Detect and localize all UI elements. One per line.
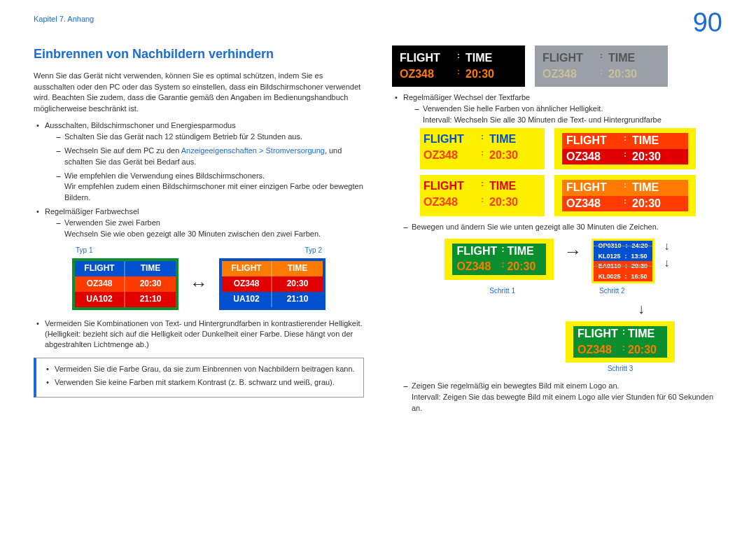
type2-table: FLIGHTTIME OZ34820:30 UA10221:10 — [219, 258, 326, 310]
step-row: FLIGHT:TIME OZ348:20:30 → OP0310:24:20 K… — [392, 239, 722, 283]
panel-red: FLIGHT:TIME OZ348:20:30 — [554, 128, 696, 169]
label-step2: Schritt 2 — [599, 286, 625, 296]
panel-black: FLIGHT:TIME OZ348:20:30 — [392, 45, 525, 87]
intro-paragraph: Wenn Sie das Gerät nicht verwenden, könn… — [34, 71, 364, 115]
bullet-avoid-contrast: Vermeiden Sie Kombinationen von Text- un… — [34, 318, 364, 351]
dash-bright-colors: Verwenden Sie helle Farben von ähnlicher… — [403, 104, 722, 126]
step2-panel: OP0310:24:20 KL0125:13:50 EA0110:20:30 K… — [592, 239, 654, 283]
label-step3: Schritt 3 — [608, 364, 634, 374]
dash-two-colors: Verwenden Sie zwei FarbenWechseln Sie wi… — [45, 218, 364, 240]
link-display-properties[interactable]: Anzeigeeigenschaften > Stromversorgung — [181, 146, 325, 155]
panel-yellow-red: FLIGHT:TIME OZ348:20:30 — [420, 175, 545, 216]
color-panels-row1: FLIGHT:TIME OZ348:20:30 FLIGHT:TIME OZ34… — [420, 128, 722, 169]
page-number: 90 — [693, 4, 722, 41]
dash-display-props: Wechseln Sie auf dem PC zu den Anzeigeei… — [45, 146, 364, 168]
panel-orange: FLIGHT:TIME OZ348:20:30 — [554, 175, 696, 216]
dash-12h: Schalten Sie das Gerät nach 12 stündigem… — [45, 132, 364, 143]
bullet-textcolor-change: Regelmäßiger Wechsel der Textfarbe Verwe… — [392, 92, 722, 125]
swap-arrow-icon: ↔ — [190, 271, 208, 296]
panel-gray: FLIGHT:TIME OZ348:20:30 — [535, 45, 668, 87]
bullet-colorswap: Regelmäßiger Farbwechsel Verwenden Sie z… — [34, 206, 364, 239]
callout-box: Vermeiden Sie die Farbe Grau, da sie zum… — [34, 358, 364, 398]
down-arrow-icon: ↓ — [560, 299, 722, 318]
step-arrow-icon: → — [564, 239, 582, 264]
dash-move-chars: Bewegen und ändern Sie wie unten gezeigt… — [392, 222, 722, 233]
label-step1: Schritt 1 — [489, 286, 515, 296]
dash-screensaver: Wie empfehlen die Verwendung eines Bilds… — [45, 171, 364, 204]
color-panels-row2: FLIGHT:TIME OZ348:20:30 FLIGHT:TIME OZ34… — [420, 175, 722, 216]
callout-no-gray: Vermeiden Sie die Farbe Grau, da sie zum… — [43, 364, 356, 374]
chapter-label: Kapitel 7. Anhang — [34, 14, 94, 24]
step3-panel: FLIGHT:TIME OZ348:20:30 — [566, 321, 675, 363]
dash-logo: Zeigen Sie regelmäßig ein bewegtes Bild … — [392, 381, 722, 414]
step1-panel: FLIGHT:TIME OZ348:20:30 — [444, 239, 554, 280]
type1-table: FLIGHTTIME OZ34820:30 UA10221:10 — [72, 258, 178, 310]
callout-no-high-contrast: Verwenden Sie keine Farben mit starkem K… — [43, 377, 356, 388]
label-typ1: Typ 1 — [76, 246, 92, 255]
down-arrows-icon: ↓↓ — [664, 239, 670, 272]
label-typ2: Typ 2 — [305, 246, 322, 255]
bullet-power-off: Ausschalten, Bildschirmschoner und Energ… — [34, 120, 364, 204]
type-tables-row: FLIGHTTIME OZ34820:30 UA10221:10 ↔ FLIGH… — [34, 258, 364, 310]
contrast-panels: FLIGHT:TIME OZ348:20:30 FLIGHT:TIME OZ34… — [392, 45, 722, 87]
panel-yellow-blue: FLIGHT:TIME OZ348:20:30 — [420, 128, 545, 169]
section-title: Einbrennen von Nachbildern verhindern — [34, 45, 364, 63]
